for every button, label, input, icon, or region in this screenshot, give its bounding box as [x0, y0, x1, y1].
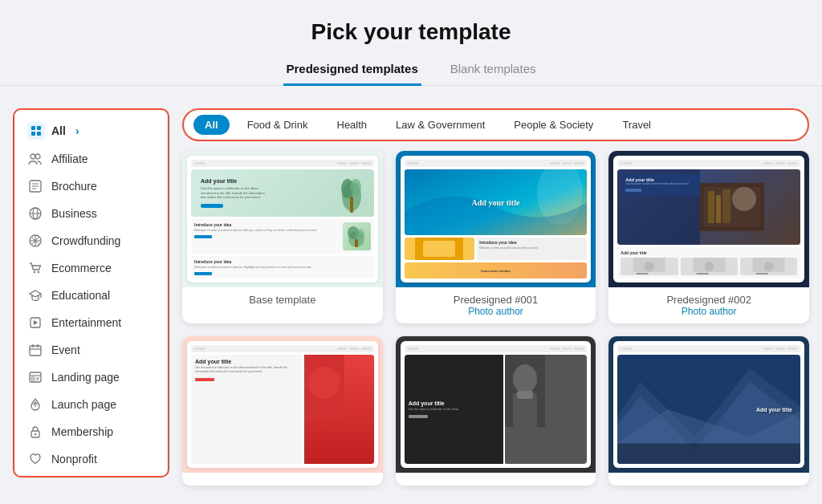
landing-page-label: Landing page	[51, 371, 120, 384]
template-info-6	[608, 473, 809, 486]
template-info-4	[182, 473, 383, 486]
entertainment-icon	[27, 315, 43, 331]
template-info-002: Predesigned #002 Photo author	[608, 287, 809, 323]
svg-rect-49	[716, 195, 721, 223]
all-arrow: ›	[75, 124, 79, 137]
template-card-001[interactable]: LOGO	[396, 151, 596, 323]
filter-health[interactable]: Health	[326, 115, 379, 135]
launch-page-icon	[27, 396, 43, 413]
template-name-002: Predesigned #002	[618, 294, 800, 306]
filter-bar: All Food & Drink Health Law & Government…	[182, 108, 809, 141]
filter-people-society[interactable]: People & Society	[503, 115, 604, 135]
filter-law-government[interactable]: Law & Government	[385, 115, 496, 135]
sidebar-item-event[interactable]: Event	[14, 336, 168, 364]
template-preview-4: LOGO Add your title	[182, 336, 383, 473]
ecommerce-label: Ecommerce	[51, 262, 112, 274]
svg-point-41	[355, 229, 364, 240]
svg-rect-39	[355, 239, 358, 247]
landing-page-icon	[27, 369, 43, 385]
svg-rect-63	[755, 273, 767, 274]
launch-page-label: Launch page	[51, 398, 116, 411]
svg-point-33	[35, 433, 36, 435]
sidebar-item-affiliate[interactable]: Affiliate	[14, 145, 168, 173]
crowdfunding-icon	[27, 233, 43, 249]
membership-icon	[27, 424, 43, 440]
svg-rect-45	[423, 241, 455, 257]
svg-point-51	[732, 187, 756, 211]
sidebar-item-crowdfunding[interactable]: Crowdfunding	[14, 227, 168, 254]
sidebar-item-brochure[interactable]: Brochure	[14, 173, 168, 200]
page-title: Pick your template	[0, 19, 822, 45]
svg-rect-35	[350, 197, 353, 213]
svg-rect-69	[517, 391, 533, 399]
template-preview-6: LOGO	[608, 336, 809, 473]
sidebar-item-business[interactable]: Business	[14, 200, 168, 227]
template-card-002[interactable]: LOGO	[608, 151, 809, 323]
svg-point-57	[704, 262, 714, 271]
svg-point-53	[645, 262, 654, 271]
filter-all[interactable]: All	[193, 115, 230, 135]
sidebar-item-all[interactable]: All ›	[14, 116, 168, 145]
template-preview-001: LOGO	[396, 151, 596, 287]
business-label: Business	[51, 207, 97, 220]
template-card-base[interactable]: LOGO	[182, 151, 383, 323]
svg-rect-55	[637, 273, 649, 274]
educational-label: Educational	[51, 289, 110, 302]
templates-grid: LOGO	[182, 151, 809, 486]
template-author-002[interactable]: Photo author	[618, 306, 800, 317]
all-icon	[27, 122, 45, 140]
sidebar-item-launch-page[interactable]: Launch page	[14, 391, 168, 418]
svg-point-37	[350, 179, 361, 195]
template-author-001[interactable]: Photo author	[405, 306, 587, 317]
brochure-icon	[27, 178, 43, 194]
ecommerce-icon	[27, 260, 43, 276]
filter-travel[interactable]: Travel	[611, 115, 662, 135]
sidebar-item-membership[interactable]: Membership	[14, 418, 168, 445]
template-name-base: Base template	[192, 294, 373, 306]
template-card-4[interactable]: LOGO Add your title	[182, 336, 383, 486]
main-content: All › Affiliate	[0, 96, 822, 486]
right-panel: All Food & Drink Health Law & Government…	[182, 108, 809, 486]
sidebar-item-entertainment[interactable]: Entertainment	[14, 309, 168, 336]
tab-blank[interactable]: Blank templates	[447, 55, 539, 86]
nonprofit-label: Nonprofit	[51, 453, 97, 465]
template-info-5	[396, 473, 596, 486]
business-icon	[27, 205, 43, 222]
svg-point-61	[763, 262, 773, 271]
svg-point-65	[308, 367, 340, 399]
svg-rect-74	[617, 444, 800, 465]
svg-rect-28	[31, 377, 35, 380]
page-header: Pick your template Predesigned templates…	[0, 0, 822, 96]
tab-predesigned[interactable]: Predesigned templates	[283, 55, 421, 86]
template-card-5[interactable]: LOGO Add your title	[396, 336, 596, 486]
entertainment-label: Entertainment	[51, 316, 121, 329]
template-preview-002: LOGO	[608, 151, 809, 287]
svg-rect-2	[31, 132, 35, 136]
sidebar-item-ecommerce[interactable]: Ecommerce	[14, 254, 168, 282]
svg-rect-0	[31, 126, 35, 130]
sidebar: All › Affiliate	[13, 108, 169, 478]
svg-rect-48	[708, 191, 714, 223]
svg-rect-3	[37, 132, 41, 136]
svg-rect-1	[37, 126, 41, 130]
tabs-bar: Predesigned templates Blank templates	[0, 55, 822, 86]
svg-point-18	[34, 271, 35, 273]
sidebar-item-educational[interactable]: Educational	[14, 282, 168, 309]
svg-rect-59	[696, 273, 708, 274]
filter-food-drink[interactable]: Food & Drink	[236, 115, 319, 135]
template-card-6[interactable]: LOGO	[608, 336, 809, 486]
event-icon	[27, 342, 43, 358]
svg-rect-22	[30, 346, 41, 356]
affiliate-label: Affiliate	[51, 152, 88, 165]
educational-icon	[27, 287, 43, 303]
event-label: Event	[51, 343, 80, 356]
sidebar-item-nonprofit[interactable]: Nonprofit	[14, 445, 168, 473]
affiliate-icon	[27, 151, 43, 167]
template-info-base: Base template	[182, 287, 383, 312]
sidebar-item-landing-page[interactable]: Landing page	[14, 364, 168, 391]
crowdfunding-label: Crowdfunding	[51, 234, 120, 247]
membership-label: Membership	[51, 425, 113, 438]
svg-rect-50	[722, 189, 730, 223]
brochure-label: Brochure	[51, 180, 97, 193]
template-preview-base: LOGO	[182, 151, 383, 287]
